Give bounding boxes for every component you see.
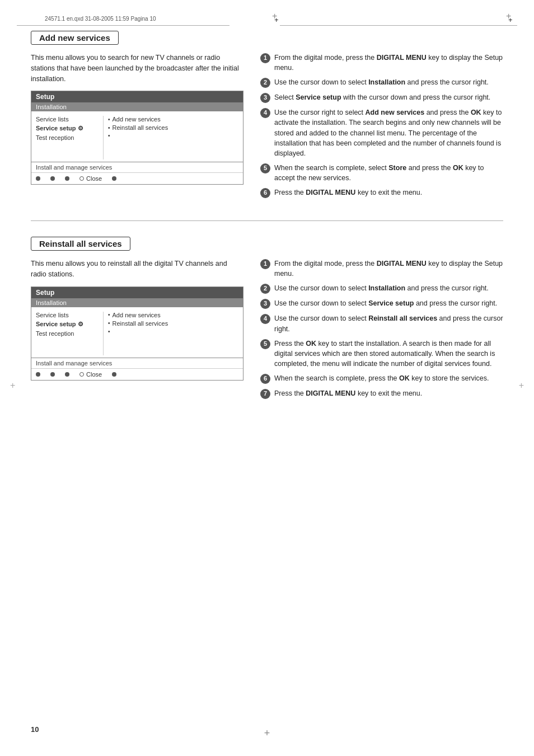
- section1-step-text-5: When the search is complete, select Stor…: [274, 163, 503, 183]
- section2-step-3: 3 Use the cursor down to select Service …: [260, 298, 503, 309]
- section2-step-text-5: Press the OK key to start the installati…: [274, 339, 503, 369]
- nav-dot-hollow: [79, 176, 84, 181]
- section1-step-num-3: 3: [260, 93, 270, 103]
- page-content: Add new services This menu allows you to…: [31, 31, 503, 421]
- section1-steps: 1 From the digital mode, press the DIGIT…: [260, 53, 503, 198]
- section2-step-num-2: 2: [260, 284, 270, 294]
- section1-step-6: 6 Press the DIGITAL MENU key to exit the…: [260, 187, 503, 198]
- section1-step-3: 3 Select Service setup with the cursor d…: [260, 92, 503, 103]
- section2-menu-item-3: Test reception: [36, 330, 101, 337]
- section2-step-4: 4 Use the cursor down to select Reinstal…: [260, 313, 503, 334]
- section1-setup-title: Setup: [31, 91, 243, 102]
- section2-menu-right: • Add new services • Reinstall all servi…: [103, 312, 238, 355]
- section2-submenu-2: • Reinstall all services: [108, 320, 238, 327]
- section1-col-left: This menu allows you to search for new T…: [31, 53, 243, 198]
- section1-setup-body: Service lists Service setup ⚙ Test recep…: [31, 111, 243, 162]
- section1-step-num-5: 5: [260, 163, 270, 173]
- section1-step-num-2: 2: [260, 78, 270, 88]
- section2-setup-nav: Close: [31, 368, 243, 380]
- section2-setup-footer: Install and manage services: [31, 358, 243, 368]
- section2-setup-title: Setup: [31, 287, 243, 298]
- section2-steps: 1 From the digital mode, press the DIGIT…: [260, 259, 503, 399]
- section2-step-7: 7 Press the DIGITAL MENU key to exit the…: [260, 388, 503, 399]
- section2-step-1: 1 From the digital mode, press the DIGIT…: [260, 259, 503, 279]
- s2-nav-close: Close: [79, 371, 102, 378]
- bottom-crosshair: +: [264, 727, 270, 739]
- section1-setup-box: Setup Installation Service lists Service…: [31, 91, 243, 185]
- section1-intro: This menu allows you to search for new T…: [31, 53, 243, 84]
- section2-menu-left: Service lists Service setup ⚙ Test recep…: [36, 312, 103, 355]
- section1-menu-left: Service lists Service setup ⚙ Test recep…: [36, 116, 103, 159]
- section2-col-left: This menu allows you to reinstall all th…: [31, 259, 243, 399]
- section2-step-5: 5 Press the OK key to start the installa…: [260, 339, 503, 369]
- section1-step-5: 5 When the search is complete, select St…: [260, 163, 503, 183]
- section1-setup-subtitle: Installation: [31, 102, 243, 111]
- section1-step-text-1: From the digital mode, press the DIGITAL…: [274, 53, 503, 73]
- nav-close-label: Close: [86, 175, 102, 182]
- s2-submenu-label-2: Reinstall all services: [113, 320, 168, 327]
- section1-step-text-6: Press the DIGITAL MENU key to exit the m…: [274, 187, 503, 198]
- section2-step-2: 2 Use the cursor down to select Installa…: [260, 283, 503, 294]
- s2-bullet1: •: [108, 312, 110, 318]
- section2-submenu-1: • Add new services: [108, 312, 238, 318]
- section1-submenu-1: • Add new services: [108, 116, 238, 123]
- s2-nav-dot-3: [65, 372, 69, 377]
- section1-step-text-3: Select Service setup with the cursor dow…: [274, 92, 503, 102]
- section2-two-col: This menu allows you to reinstall all th…: [31, 259, 503, 399]
- bullet1: •: [108, 116, 110, 123]
- section1-step-2: 2 Use the cursor down to select Installa…: [260, 77, 503, 88]
- section2-step-text-3: Use the cursor down to select Service se…: [274, 298, 503, 308]
- top-right-crosshair: +: [508, 16, 517, 25]
- section1-step-num-1: 1: [260, 53, 270, 63]
- section-divider: [31, 220, 503, 221]
- s2-nav-dot-2: [50, 372, 55, 377]
- section1-step-num-4: 4: [260, 108, 270, 118]
- section2-step-6: 6 When the search is complete, press the…: [260, 373, 503, 384]
- section2-submenu-3: •: [108, 328, 238, 335]
- section1-step-text-4: Use the cursor right to select Add new s…: [274, 107, 503, 158]
- s2-nav-dot-5: [112, 372, 116, 377]
- section2-step-num-4: 4: [260, 314, 270, 324]
- section2-step-num-3: 3: [260, 299, 270, 309]
- s2-nav-dot-hollow: [79, 372, 84, 377]
- section1-submenu-3: •: [108, 133, 238, 139]
- s2-bullet3: •: [108, 328, 110, 335]
- submenu-label-2: Reinstall all services: [113, 124, 168, 131]
- section2-menu-item-1: Service lists: [36, 312, 101, 318]
- s2-submenu-label-1: Add new services: [113, 312, 161, 318]
- section1-title: Add new services: [39, 33, 110, 43]
- section2-title: Reinstall all services: [39, 239, 122, 248]
- nav-dot-5: [112, 176, 116, 181]
- s2-bullet2: •: [108, 320, 110, 326]
- section2-intro: This menu allows you to reinstall all th…: [31, 259, 243, 280]
- submenu-label-1: Add new services: [113, 116, 161, 123]
- page-number: 10: [31, 725, 39, 734]
- bullet2: •: [108, 125, 110, 131]
- section1-menu-right: • Add new services • Reinstall all servi…: [103, 116, 238, 159]
- section2-step-text-6: When the search is complete, press the O…: [274, 373, 503, 383]
- section2-col-right: 1 From the digital mode, press the DIGIT…: [260, 259, 503, 399]
- section1-two-col: This menu allows you to search for new T…: [31, 53, 503, 198]
- section1-menu-item-1: Service lists: [36, 116, 101, 123]
- left-crosshair: +: [10, 381, 15, 391]
- section1-step-num-6: 6: [260, 188, 270, 198]
- section2-setup-subtitle: Installation: [31, 298, 243, 307]
- section2-step-num-1: 1: [260, 259, 270, 269]
- section2-menu-item-2: Service setup ⚙: [36, 321, 101, 328]
- section1-col-right: 1 From the digital mode, press the DIGIT…: [260, 53, 503, 198]
- section1-menu-item-2: Service setup ⚙: [36, 125, 101, 132]
- top-border-left: [17, 25, 229, 26]
- section2-step-num-6: 6: [260, 374, 270, 384]
- section2-setup-box: Setup Installation Service lists Service…: [31, 287, 243, 381]
- section1-setup-nav: Close: [31, 172, 243, 184]
- nav-dot-3: [65, 176, 69, 181]
- section2-step-num-7: 7: [260, 389, 270, 399]
- section1-step-1: 1 From the digital mode, press the DIGIT…: [260, 53, 503, 73]
- top-center-crosshair: +: [274, 16, 283, 25]
- s2-nav-close-label: Close: [86, 371, 102, 378]
- section1-menu-item-3: Test reception: [36, 134, 101, 141]
- section1-step-4: 4 Use the cursor right to select Add new…: [260, 107, 503, 158]
- top-border-right: [280, 25, 517, 26]
- right-crosshair: +: [519, 381, 524, 391]
- section2-setup-body: Service lists Service setup ⚙ Test recep…: [31, 307, 243, 358]
